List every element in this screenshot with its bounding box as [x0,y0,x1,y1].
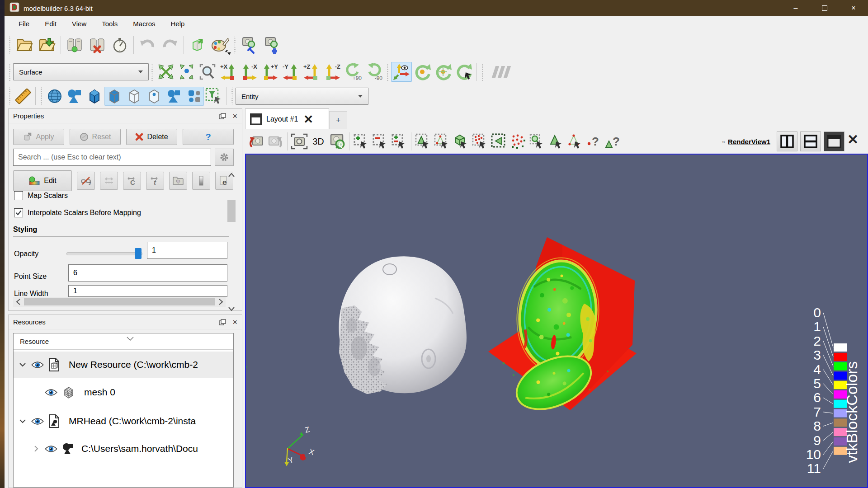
camera-plus-y-button[interactable]: +Y [259,62,280,82]
select-points-polygon-button[interactable] [509,132,528,151]
rescale-custom-button[interactable]: C [123,172,141,190]
extract-selection-button[interactable] [204,87,224,106]
minimize-button[interactable]: – [781,0,810,16]
close-icon[interactable]: × [232,112,237,120]
resource-column-header[interactable]: Resource [14,333,233,350]
apply-button[interactable]: Apply [13,129,64,145]
query-cell-button[interactable]: ? [604,132,623,151]
entity-combobox[interactable]: Entity [236,88,368,105]
tree-row-image-source[interactable]: C:\Users\sam.horvath\Docu [14,436,233,461]
select-cells-on-button[interactable] [414,132,433,151]
toggle-3d-button[interactable]: 3D [309,132,328,151]
toolbar-grip[interactable] [233,36,236,54]
menu-edit[interactable]: Edit [37,16,64,31]
toolbar-grip[interactable] [231,87,234,105]
toolbar-grip[interactable] [386,63,389,81]
pick-rotation-center-button[interactable] [453,62,474,82]
menu-file[interactable]: File [11,16,37,31]
select-cells-polygon-button[interactable] [490,132,509,151]
glyph-view-button[interactable] [65,87,85,106]
capture-screenshot-button[interactable] [290,132,309,151]
connect-server-button[interactable] [63,34,86,56]
point-size-field[interactable] [68,264,227,282]
color-palette-button[interactable] [209,34,231,56]
layout-tab[interactable]: Layout #1 ✕ [245,108,329,129]
expand-chevron-icon[interactable] [18,363,27,367]
favorites-button[interactable] [169,172,187,190]
maximize-button[interactable] [810,0,839,16]
collapsed-chevron-icon[interactable] [32,446,41,452]
reset-zoom-button[interactable] [156,62,176,82]
head-model[interactable] [339,256,467,394]
reset-button[interactable]: Reset [70,129,121,145]
points-representation-button[interactable] [144,87,164,106]
scroll-up-icon[interactable] [226,170,236,179]
tree-row-new-resource[interactable]: New Resource (C:\work\cmb-2 [14,352,233,378]
unlink-button[interactable]: 2 [77,172,95,190]
zoom-to-data-edit-button[interactable] [238,34,261,56]
toolbar-grip[interactable] [8,36,11,54]
subtract-selection-button[interactable] [371,132,390,151]
rotate-minus-90-button[interactable]: -90 [363,62,384,82]
hover-points-button[interactable] [566,132,585,151]
scroll-down-icon[interactable] [226,304,236,313]
hover-cells-button[interactable] [547,132,566,151]
close-icon[interactable]: × [232,318,237,326]
toolbar-grip[interactable] [8,87,11,105]
split-vertical-button[interactable] [800,131,821,151]
camera-minus-z-button[interactable]: -Z [322,62,343,82]
select-block-button[interactable] [452,132,471,151]
properties-horizontal-scrollbar[interactable] [13,297,226,307]
solid-cube-button[interactable] [85,87,104,106]
slider-handle[interactable] [135,248,142,259]
measure-button[interactable] [13,87,33,106]
blocks-representation-button[interactable] [184,87,204,106]
glyph-representation-button[interactable] [164,87,184,106]
search-settings-button[interactable] [215,149,234,166]
close-tab-icon[interactable]: ✕ [303,113,313,125]
undo-button[interactable] [136,34,159,56]
surface-representation-button[interactable] [104,87,124,106]
edit-colormap-button[interactable]: Edit [13,170,72,191]
menu-tools[interactable]: Tools [94,16,125,31]
import-file-button[interactable] [36,34,58,56]
camera-plus-z-button[interactable]: +Z [301,62,322,82]
camera-plus-x-button[interactable]: +X [218,62,239,82]
toolbar-grip[interactable] [8,63,11,81]
disconnect-server-button[interactable] [86,34,108,56]
scroll-right-icon[interactable] [216,297,226,307]
export-scene-button[interactable] [186,34,209,56]
split-horizontal-button[interactable] [777,131,797,151]
opacity-bar-button[interactable] [192,172,210,190]
tree-row-mesh0[interactable]: mesh 0 [14,380,233,404]
select-points-on-button[interactable] [433,132,452,151]
zoom-to-box-button[interactable] [197,62,218,82]
representation-combobox[interactable]: Surface [13,63,149,80]
visibility-eye-icon[interactable] [30,361,45,369]
rotate-about-center-button[interactable] [412,62,433,82]
delete-button[interactable]: Delete [126,129,177,145]
camera-minus-x-button[interactable]: -X [239,62,259,82]
undock-icon[interactable] [219,113,226,119]
render-view-name[interactable]: RenderView1 [728,138,770,145]
rotate-about-point-button[interactable] [433,62,453,82]
rescale-temporal-button[interactable]: t [146,172,164,190]
camera-minus-y-button[interactable]: -Y [280,62,301,82]
visibility-eye-icon[interactable] [43,389,59,396]
query-point-button[interactable]: ? [585,132,604,151]
interpolate-scalars-checkbox[interactable]: Interpolate Scalars Before Mapping [14,208,141,217]
scroll-left-icon[interactable] [13,297,23,307]
undock-icon[interactable] [219,319,226,325]
toolbar-grip[interactable] [151,63,154,81]
toolbar-grip[interactable] [481,63,484,81]
help-button[interactable]: ? [183,129,234,145]
zoom-to-data-button[interactable]: Q [328,132,347,151]
scroll-thumb[interactable] [24,298,215,305]
map-scalars-checkbox[interactable]: Map Scalars [14,191,68,200]
expand-chevron-icon[interactable] [18,419,27,423]
interactive-zoom-button[interactable] [528,132,547,151]
line-width-field[interactable] [68,285,227,297]
wireframe-representation-button[interactable] [124,87,144,106]
open-file-button[interactable] [13,34,36,56]
reset-camera-button[interactable] [247,132,266,151]
